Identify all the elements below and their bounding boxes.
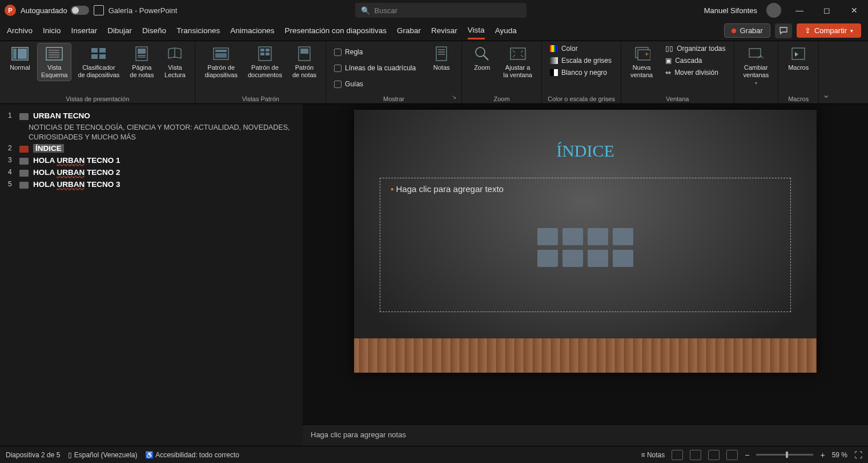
insert-table-icon[interactable]	[537, 228, 558, 245]
tab-transiciones[interactable]: Transiciones	[176, 23, 220, 38]
macros-button[interactable]: Macros	[784, 43, 813, 74]
slide-master-button[interactable]: Patrón de diapositivas	[201, 43, 240, 81]
content-placeholder-box[interactable]: ▪ Haga clic para agregar texto	[380, 178, 791, 312]
outline-item-5[interactable]: 5 HOLA URBAN TECNO 3	[8, 178, 295, 190]
insert-online-pictures-icon[interactable]	[562, 250, 583, 267]
tab-presentacion[interactable]: Presentación con diapositivas	[284, 23, 387, 38]
tab-grabar[interactable]: Grabar	[397, 23, 421, 38]
accessibility-button[interactable]: ♿ Accesibilidad: todo correcto	[145, 451, 239, 459]
group-macros: Macros Macros	[778, 41, 819, 103]
tab-ayuda[interactable]: Ayuda	[495, 23, 517, 38]
outline-item-4[interactable]: 4 HOLA URBAN TECNO 2	[8, 166, 295, 178]
mostrar-dialog-launcher[interactable]: ↘	[452, 94, 460, 102]
zoom-percent-label[interactable]: 59 %	[832, 451, 847, 459]
insert-chart-icon[interactable]	[562, 228, 583, 245]
slide-thumb-icon	[19, 158, 29, 165]
notes-page-button[interactable]: Página de notas	[126, 43, 157, 81]
tab-vista[interactable]: Vista	[468, 22, 485, 39]
cascade-button[interactable]: ▣Cascada	[663, 55, 728, 66]
arrange-all-button[interactable]: ▯▯Organizar todas	[663, 43, 728, 54]
switch-windows-button[interactable]: Cambiar ventanas ▾	[740, 43, 773, 88]
minimize-button[interactable]: —	[790, 1, 809, 19]
slideshow-view-statusbtn[interactable]	[726, 450, 738, 460]
sorter-view-statusbtn[interactable]	[690, 450, 701, 460]
insert-video-icon[interactable]	[588, 250, 608, 267]
outline-item-2[interactable]: 2 ÍNDICE	[8, 142, 295, 154]
ruler-checkbox[interactable]: Regla	[332, 47, 418, 57]
grabar-button[interactable]: Grabar	[724, 23, 770, 38]
zoom-button[interactable]: Zoom	[468, 43, 496, 74]
autosave-toggle[interactable]	[71, 6, 89, 15]
chevron-down-icon: ▾	[755, 81, 757, 86]
slide-sorter-button[interactable]: Clasificador de diapositivas	[74, 43, 123, 81]
ribbon-tabs: Archivo Inicio Insertar Dibujar Diseño T…	[0, 21, 868, 41]
handout-master-button[interactable]: Patrón de documentos	[244, 43, 286, 81]
share-button[interactable]: ⇪ Compartir ▾	[797, 23, 861, 38]
svg-rect-27	[436, 47, 447, 61]
outline-view-button[interactable]: Vista Esquema	[38, 43, 71, 81]
svg-rect-10	[91, 54, 98, 59]
fit-to-window-statusbtn[interactable]: ⛶	[854, 450, 862, 460]
outline-body[interactable]: NOTICIAS DE TECNOLOGÍA, CIENCIA Y MOTOR:…	[29, 123, 295, 142]
comments-button[interactable]	[775, 23, 792, 38]
notes-button[interactable]: Notas	[427, 43, 456, 74]
notes-master-button[interactable]: Patrón de notas	[289, 43, 320, 81]
slide-count-label[interactable]: Diapositiva 2 de 5	[6, 451, 60, 459]
tab-archivo[interactable]: Archivo	[7, 23, 33, 38]
svg-rect-33	[511, 48, 525, 59]
tab-revisar[interactable]: Revisar	[431, 23, 457, 38]
svg-rect-8	[91, 48, 98, 53]
tab-insertar[interactable]: Insertar	[71, 23, 98, 38]
statusbar: Diapositiva 2 de 5 ▯ Español (Venezuela)…	[0, 446, 868, 463]
outline-item-1[interactable]: 1 URBAN TECNO	[8, 110, 295, 122]
zoom-out-button[interactable]: −	[745, 450, 749, 460]
maximize-button[interactable]: ◻	[818, 1, 836, 19]
move-split-button[interactable]: ⇔Mover división	[663, 67, 728, 78]
save-icon[interactable]	[94, 5, 104, 15]
ribbon: Normal Vista Esquema Clasificador de dia…	[0, 41, 868, 104]
insert-pictures-icon[interactable]	[537, 250, 558, 267]
normal-view-button[interactable]: Normal	[6, 43, 34, 74]
slide-floor-decoration	[354, 338, 817, 373]
insert-icons-icon[interactable]	[613, 250, 633, 267]
tab-dibujar[interactable]: Dibujar	[107, 23, 132, 38]
color-label: Color	[561, 45, 578, 53]
slide-canvas[interactable]: ÍNDICE ▪ Haga clic para agregar texto	[354, 110, 817, 373]
search-input[interactable]: 🔍 Buscar	[355, 3, 527, 18]
group-label-cambiar	[740, 101, 773, 102]
gridlines-checkbox[interactable]: Líneas de la cuadrícula	[332, 63, 418, 73]
close-button[interactable]: ✕	[845, 1, 863, 19]
zoom-slider[interactable]	[756, 454, 813, 456]
reading-view-icon	[166, 46, 184, 62]
outline-pane[interactable]: 1 URBAN TECNO NOTICIAS DE TECNOLOGÍA, CI…	[0, 104, 303, 446]
zoom-in-button[interactable]: +	[820, 450, 825, 460]
color-button[interactable]: Color	[548, 43, 614, 54]
notes-toggle-button[interactable]: ≡ Notas	[641, 451, 665, 459]
grabar-label: Grabar	[740, 26, 762, 35]
notes-input[interactable]: Haga clic para agregar notas	[303, 424, 868, 446]
grayscale-button[interactable]: Escala de grises	[548, 55, 614, 66]
collapse-ribbon-button[interactable]: ⌄	[819, 41, 833, 103]
outline-title: HOLA URBAN TECNO 3	[33, 180, 120, 189]
tab-inicio[interactable]: Inicio	[43, 23, 61, 38]
language-button[interactable]: ▯ Español (Venezuela)	[68, 451, 137, 459]
insert-3d-icon[interactable]	[613, 228, 633, 245]
slide-thumb-icon	[19, 182, 29, 189]
reading-view-button[interactable]: Vista Lectura	[160, 43, 189, 81]
outline-num: 3	[8, 156, 15, 164]
tab-diseno[interactable]: Diseño	[142, 23, 166, 38]
outline-item-3[interactable]: 3 HOLA URBAN TECNO 1	[8, 154, 295, 166]
fit-window-button[interactable]: Ajustar a la ventana	[500, 43, 536, 81]
guides-checkbox[interactable]: Guías	[332, 79, 418, 89]
new-window-button[interactable]: + Nueva ventana	[627, 43, 656, 81]
group-label-color: Color o escala de grises	[548, 94, 615, 102]
reading-view-statusbtn[interactable]	[708, 450, 720, 460]
tab-animaciones[interactable]: Animaciones	[230, 23, 274, 38]
slide-title[interactable]: ÍNDICE	[354, 141, 817, 161]
bw-button[interactable]: Blanco y negro	[548, 67, 614, 78]
insert-smartart-icon[interactable]	[588, 228, 608, 245]
normal-view-statusbtn[interactable]	[672, 450, 683, 460]
clasificador-label: Clasificador de diapositivas	[78, 64, 119, 78]
avatar[interactable]	[766, 3, 781, 18]
notes-icon	[432, 46, 451, 62]
